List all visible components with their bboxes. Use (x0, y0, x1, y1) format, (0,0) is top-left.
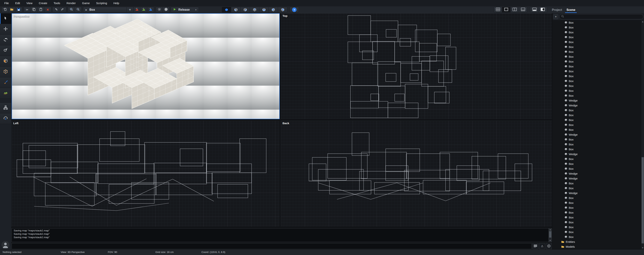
vertex-select-tool-button[interactable] (0, 67, 11, 77)
tree-item-box[interactable]: Box (553, 59, 642, 64)
gear-outline-button[interactable] (156, 7, 163, 13)
menu-view[interactable]: View (23, 0, 36, 6)
tree-item-box[interactable]: Box (553, 181, 642, 186)
tree-item-box[interactable]: Box (553, 20, 642, 25)
menu-edit[interactable]: Edit (12, 0, 23, 6)
view-right-top-button[interactable] (278, 7, 287, 13)
tree-item-box[interactable]: Box (553, 195, 642, 200)
copy-button[interactable] (30, 7, 38, 13)
move-tool-button[interactable] (0, 24, 11, 35)
tree-item-box[interactable]: Box (553, 137, 642, 142)
add-primitive-button[interactable]: + (126, 7, 134, 13)
toggle-right-panel-button[interactable] (538, 7, 547, 13)
tree-item-box[interactable]: Box (553, 229, 642, 234)
tree-scroll-down-arrow[interactable] (642, 246, 644, 249)
console-log[interactable]: Saving map "maps/staub2.map"Saving map "… (12, 228, 552, 242)
tree-item-box[interactable]: Box (553, 147, 642, 152)
scene-tree-scrollbar[interactable] (642, 20, 644, 249)
tree-item-wedge[interactable]: Wedge (553, 171, 642, 176)
errors-filter-button[interactable] (546, 243, 552, 249)
menu-help[interactable]: Help (110, 0, 122, 6)
zoom-in-button[interactable] (68, 7, 75, 13)
terrain-tool-button[interactable] (0, 88, 11, 99)
paint-tool-button[interactable] (0, 77, 11, 88)
tree-item-box[interactable]: Box (553, 69, 642, 74)
help-button[interactable]: ? (290, 7, 299, 13)
rotate-tool-button[interactable] (0, 35, 11, 45)
viewport-perspective[interactable]: Perspective (12, 13, 280, 119)
wedge-z-button[interactable] (147, 7, 154, 13)
scroll-up-arrow[interactable] (549, 228, 552, 231)
view-right-button[interactable] (240, 7, 250, 13)
view-solid-button[interactable] (222, 7, 231, 13)
console-scroll-thumb[interactable] (549, 231, 551, 237)
layout-main-bottom-button[interactable] (519, 7, 527, 13)
layout-two-columns-button[interactable] (510, 7, 519, 13)
wedge-y-button[interactable] (140, 7, 147, 13)
tree-item-box[interactable]: Box (553, 220, 642, 225)
menu-render[interactable]: Render (63, 0, 79, 6)
log-list-button[interactable] (532, 243, 538, 249)
tab-scene[interactable]: Scene (564, 6, 577, 13)
tree-item-box[interactable]: Box (553, 161, 642, 166)
zoom-out-button[interactable] (75, 7, 82, 13)
viewport-top[interactable]: Top (281, 13, 552, 119)
viewport-back[interactable]: Back (281, 121, 552, 227)
cut-button[interactable]: ✂ (24, 7, 30, 13)
tree-item-box[interactable]: Box (553, 166, 642, 171)
tab-project[interactable]: Project (550, 6, 564, 13)
layout-quad-button[interactable] (494, 7, 502, 13)
layout-single-button[interactable] (502, 7, 510, 13)
toggle-bottom-panel-button[interactable] (530, 7, 538, 13)
tree-item-box[interactable]: Box (553, 83, 642, 88)
tree-item-wedge[interactable]: Wedge (553, 98, 642, 103)
tree-item-box[interactable]: Box (553, 127, 642, 132)
menu-scripting[interactable]: Scripting (93, 0, 110, 6)
paste-button[interactable] (38, 7, 44, 13)
face-select-tool-button[interactable] (0, 56, 11, 67)
tree-item-wedge[interactable]: Wedge (553, 190, 642, 195)
tree-item-box[interactable]: Box (553, 200, 642, 205)
tree-item-wedge[interactable]: Wedge (553, 132, 642, 137)
tree-item-box[interactable]: Box (553, 64, 642, 69)
console-scrollbar[interactable] (548, 228, 552, 242)
redo-button[interactable] (59, 7, 66, 13)
tree-item-wedge[interactable]: Wedge (553, 176, 642, 181)
tree-item-box[interactable]: Box (553, 122, 642, 127)
wedge-x-button[interactable] (133, 7, 140, 13)
add-object-button[interactable]: + (554, 14, 558, 19)
viewport-left[interactable]: Left (12, 121, 280, 227)
tree-scroll-thumb[interactable] (642, 157, 644, 243)
menu-create[interactable]: Create (36, 0, 50, 6)
menu-tools[interactable]: Tools (50, 0, 63, 6)
scroll-down-arrow[interactable] (549, 239, 552, 242)
console-input[interactable] (12, 243, 532, 249)
view-top-button[interactable] (250, 7, 259, 13)
tree-item-box[interactable]: Box (553, 54, 642, 59)
tree-item-box[interactable]: Box (553, 108, 642, 113)
tree-item-box[interactable]: Box (553, 215, 642, 220)
tree-item-box[interactable]: Box (553, 205, 642, 210)
tree-item-box[interactable]: Box (553, 35, 642, 40)
tree-item-box[interactable]: Box (553, 210, 642, 215)
tree-item-box[interactable]: Box (553, 225, 642, 229)
primitive-dropdown[interactable]: ▶ Box (83, 7, 126, 13)
tree-folder-entities[interactable]: Entities (553, 239, 642, 244)
new-file-button[interactable] (2, 7, 8, 13)
tree-folder-models[interactable]: Models (553, 244, 642, 249)
tree-item-wedge[interactable]: Wedge (553, 103, 642, 108)
view-left-button[interactable] (231, 7, 240, 13)
warnings-filter-button[interactable]: ⚠ (539, 243, 545, 249)
gear-solid-button[interactable] (163, 7, 170, 13)
tree-item-box[interactable]: Box (553, 186, 642, 190)
tree-item-box[interactable]: Box (553, 88, 642, 93)
tree-item-box[interactable]: Box (553, 44, 642, 49)
tree-item-box[interactable]: Box (553, 234, 642, 239)
scene-search-field[interactable] (560, 14, 643, 19)
view-bottom-button[interactable] (259, 7, 269, 13)
extrude-tool-button[interactable] (0, 45, 11, 56)
tree-item-box[interactable]: Box (553, 156, 642, 161)
save-button[interactable] (15, 7, 22, 13)
tree-item-box[interactable]: Box (553, 74, 642, 79)
tree-item-box[interactable]: Box (553, 113, 642, 117)
